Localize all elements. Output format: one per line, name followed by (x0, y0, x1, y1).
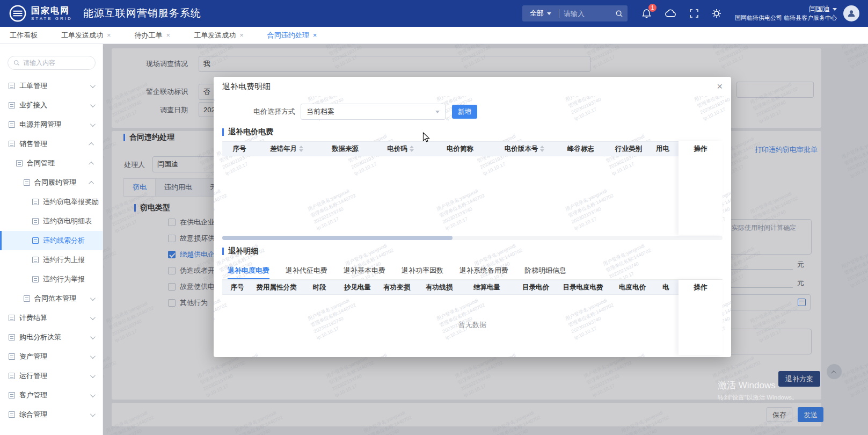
tab-basic-fee[interactable]: 退补基本电费 (344, 263, 385, 279)
sidebar-search-input[interactable] (23, 59, 87, 67)
menu-icon (24, 179, 30, 186)
tab-power-factor[interactable]: 退补功率因数 (402, 263, 443, 279)
col-seq: 序号 (222, 283, 252, 292)
col-meter-reading: 抄见电量 (338, 283, 377, 292)
col-price-code[interactable]: 电价码 (374, 144, 427, 154)
divider (559, 9, 559, 18)
price-select-dropdown[interactable]: 当前档案 (301, 104, 446, 120)
col-catalog-energy-fee: 目录电度电费 (559, 283, 607, 292)
sidebar-item-contract-performance-mgmt[interactable]: 合同履约管理 (0, 173, 103, 192)
sidebar-item-contract-template-mgmt[interactable]: 合同范本管理 (0, 289, 103, 308)
open-tabs-bar: 工作看板 工单发送成功 × 待办工单 × 工单发送成功 × 合同违约处理 × (0, 27, 868, 44)
close-icon[interactable]: × (239, 32, 244, 39)
chevron-down-icon (90, 373, 96, 378)
modal-header: 退补电费明细 × (214, 77, 731, 96)
tab-system-reserve-fee[interactable]: 退补系统备用费 (459, 263, 508, 279)
notification-badge: 1 (648, 4, 657, 12)
tab-label: 工单发送成功 (61, 31, 103, 40)
chevron-down-icon (90, 315, 96, 320)
sidebar-item-customer-mgmt[interactable]: 客户管理 (0, 386, 103, 405)
menu-icon (32, 237, 39, 244)
chevron-down-icon (90, 121, 96, 127)
tab-workboard[interactable]: 工作看板 (10, 31, 38, 40)
sidebar-item-purchase-analysis[interactable]: 购电分析决策 (0, 328, 103, 347)
sidebar-item-billing-settlement[interactable]: 计费结算 (0, 308, 103, 328)
menu-icon (32, 257, 39, 263)
chevron-down-icon (90, 353, 96, 359)
add-button[interactable]: 新增 (452, 105, 477, 119)
user-menu[interactable]: 闫国迪 国网临猗供电公司 临猗县客户服务中心 (735, 5, 837, 21)
gear-icon (712, 9, 721, 18)
tab-label: 工单发送成功 (194, 31, 236, 40)
col-error-month[interactable]: 差错年月 (257, 144, 317, 154)
chevron-up-icon (89, 180, 94, 186)
chevron-down-icon (90, 102, 96, 107)
sidebar-item-theft-report-reward[interactable]: 违约窃电举报奖励 (0, 192, 103, 212)
person-icon (847, 9, 856, 18)
sidebar-item-operation-mgmt[interactable]: 运行管理 (0, 366, 103, 386)
sidebar-item-contract-mgmt[interactable]: 合同管理 (0, 154, 103, 173)
cloud-sync-button[interactable] (665, 9, 676, 18)
sort-icon[interactable] (299, 146, 303, 152)
close-icon[interactable]: × (717, 82, 723, 91)
price-select-value: 当前档案 (307, 107, 334, 117)
chevron-down-icon (90, 334, 96, 339)
col-settlement-energy: 结算电量 (462, 283, 512, 292)
settings-button[interactable] (712, 9, 721, 18)
col-active-trans-loss: 有功变损 (377, 283, 417, 292)
menu-icon (32, 276, 39, 282)
search-icon[interactable] (615, 10, 623, 18)
tab-todo-orders[interactable]: 待办工单 × (135, 31, 171, 40)
scrollbar-thumb[interactable] (222, 236, 453, 240)
user-name: 闫国迪 (809, 5, 830, 14)
tab-ladder-detail-info[interactable]: 阶梯明细信息 (524, 263, 566, 279)
refund-detail-tabs: 退补电度电费 退补代征电费 退补基本电费 退补功率因数 退补系统备用费 阶梯明细… (222, 263, 723, 280)
sidebar-item-violation-clue-analysis[interactable]: 违约线索分析 (0, 231, 103, 250)
menu-icon (32, 199, 39, 205)
menu-icon (9, 334, 15, 340)
tab-order-sent[interactable]: 工单发送成功 × (61, 31, 111, 40)
close-icon[interactable]: × (107, 32, 111, 39)
chevron-down-icon (90, 411, 96, 417)
avatar[interactable] (843, 5, 859, 21)
tab-energy-fee[interactable]: 退补电度电费 (228, 263, 269, 279)
tab-collection-fee[interactable]: 退补代征电费 (286, 263, 327, 279)
sidebar-item-theft-detail-table[interactable]: 违约窃电明细表 (0, 212, 103, 231)
col-price-version[interactable]: 电价版本号 (493, 144, 556, 154)
sidebar-item-business-expansion[interactable]: 业扩接入 (0, 96, 103, 115)
chevron-down-icon (547, 12, 551, 15)
fullscreen-button[interactable] (690, 9, 698, 18)
col-data-source: 数据来源 (317, 144, 374, 154)
chevron-down-icon (90, 83, 96, 88)
sidebar-item-violation-report[interactable]: 违约行为上报 (0, 250, 103, 270)
tab-label: 工作看板 (10, 31, 38, 40)
section-refund-price-fee: 退补电价电费 (222, 127, 723, 137)
close-icon[interactable]: × (166, 32, 171, 39)
logo-emblem-icon (9, 4, 27, 23)
sidebar-item-sales-mgmt[interactable]: 销售管理 (0, 134, 103, 154)
sort-icon[interactable] (540, 146, 544, 152)
search-scope-select[interactable]: 全部 (527, 9, 555, 18)
refund-fee-detail-modal: 用户登录名:yanguodi管理单位名称:1440702202302193740… (214, 77, 731, 357)
chevron-up-icon (89, 161, 94, 166)
app-header: 国家电网 STATE GRID 能源互联网营销服务系统 全部 1 (0, 0, 868, 27)
close-icon[interactable]: × (313, 32, 317, 39)
sidebar-item-violation-tipoff[interactable]: 违约行为举报 (0, 270, 103, 289)
tab-contract-violation[interactable]: 合同违约处理 × (267, 31, 317, 40)
sort-icon[interactable] (410, 146, 414, 152)
col-time-period: 时段 (301, 283, 338, 292)
menu-icon (9, 83, 15, 89)
search-scope-value: 全部 (530, 9, 544, 18)
fullscreen-icon (690, 9, 698, 18)
sidebar-item-work-order-mgmt[interactable]: 工单管理 (0, 76, 103, 96)
notifications-button[interactable]: 1 (641, 9, 652, 19)
actions-fixed-column: 操作 (679, 280, 723, 355)
horizontal-scrollbar[interactable] (222, 236, 723, 240)
sidebar-item-general-mgmt[interactable]: 综合管理 (0, 405, 103, 424)
global-search-input[interactable] (564, 10, 615, 18)
menu-icon (9, 102, 15, 108)
sidebar-item-grid-connection-mgmt[interactable]: 电源并网管理 (0, 115, 103, 134)
tab-order-sent-2[interactable]: 工单发送成功 × (194, 31, 244, 40)
sidebar-item-asset-mgmt[interactable]: 资产管理 (0, 347, 103, 366)
menu-icon (9, 392, 15, 398)
